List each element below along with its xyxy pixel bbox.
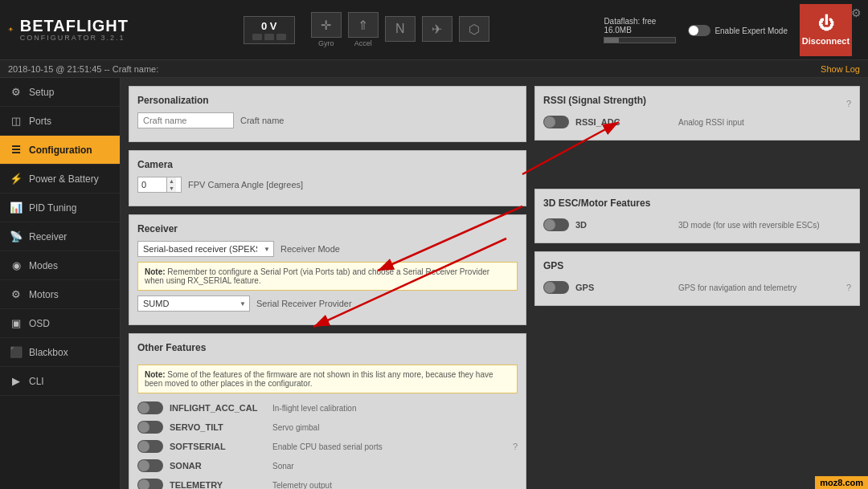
feature-sonar: SONAR Sonar — [137, 456, 518, 475]
dataflash-label: Dataflash: free — [604, 17, 656, 26]
content-left: Personalization Craft name Camera ▲ ▼ — [129, 86, 526, 481]
logo-area: BETAFLIGHT CONFIGURATOR 3.2.1 — [8, 14, 129, 46]
spacer — [534, 149, 860, 181]
expert-mode-area: Enable Expert Mode — [688, 23, 788, 36]
nav4-group[interactable]: ✈ — [422, 16, 452, 43]
other-features-note: Note: Some of the features of the firmwa… — [137, 365, 518, 393]
expert-mode-knob — [689, 26, 698, 35]
shield-icon — [264, 34, 274, 40]
sidebar-item-osd[interactable]: ▣ OSD — [0, 309, 120, 338]
other-features-note-text: Some of the features of the firmware are… — [145, 370, 493, 388]
expert-mode-toggle[interactable] — [688, 25, 710, 36]
sidebar-item-modes[interactable]: ◉ Modes — [0, 251, 120, 280]
sidebar-item-pid-tuning[interactable]: 📊 PID Tuning — [0, 194, 120, 222]
gps-panel: GPS GPS GPS for navigation and telemetry… — [534, 251, 860, 306]
nav3-icon[interactable]: N — [385, 16, 416, 42]
gps-title: GPS — [543, 260, 563, 271]
feature-inflight-acc-cal: INFLIGHT_ACC_CAL In-flight level calibra… — [137, 398, 518, 418]
receiver-mode-row: Serial-based receiver (SPEKSAT, S ▼ Rece… — [137, 241, 518, 257]
gps-desc: GPS for navigation and telemetry — [678, 283, 796, 292]
cli-icon: ▶ — [10, 375, 23, 387]
serial-provider-select-wrapper: SUMD ▼ — [137, 295, 250, 312]
sidebar-item-blackbox[interactable]: ⬛ Blackbox — [0, 338, 120, 367]
other-features-note-bold: Note: — [145, 370, 166, 379]
craft-name-label: Craft name — [240, 116, 284, 125]
receiver-mode-label: Receiver Mode — [280, 244, 340, 254]
configuration-icon: ☰ — [10, 144, 23, 156]
sidebar-item-pid-label: PID Tuning — [29, 202, 76, 214]
serial-provider-select[interactable]: SUMD — [137, 295, 250, 312]
logo-icon — [8, 14, 14, 46]
servo-tilt-toggle[interactable] — [137, 421, 163, 434]
status-timestamp: 2018-10-15 @ 21:51:45 -- Craft name: — [8, 64, 158, 74]
craft-name-row: Craft name — [137, 112, 518, 128]
show-log-btn[interactable]: Show Log — [821, 64, 860, 74]
gyro-label: Gyro — [318, 39, 334, 47]
disconnect-icon: ⏻ — [818, 14, 834, 33]
receiver-mode-select[interactable]: Serial-based receiver (SPEKSAT, S — [137, 241, 274, 257]
telemetry-name: TELEMETRY — [170, 480, 266, 489]
telemetry-desc: Telemetry output — [272, 481, 332, 490]
sidebar-item-cli-label: CLI — [29, 376, 44, 387]
accel-icon[interactable]: ⇑ — [348, 12, 379, 38]
gyro-icon[interactable]: ✛ — [311, 12, 342, 38]
rssi-title: RSSI (Signal Strength) — [543, 95, 646, 106]
settings-icon[interactable]: ⚙ — [851, 6, 862, 19]
dataflash-bar-container — [604, 37, 676, 43]
sidebar-item-receiver[interactable]: 📡 Receiver — [0, 222, 120, 251]
link-icon — [276, 34, 286, 40]
rssi-header-row: RSSI (Signal Strength) ? — [543, 95, 851, 112]
sidebar-item-power-battery[interactable]: ⚡ Power & Battery — [0, 165, 120, 194]
inflight-acc-cal-toggle[interactable] — [137, 401, 163, 414]
rssi-adc-toggle[interactable] — [543, 116, 569, 128]
serial-provider-label: Serial Receiver Provider — [256, 299, 352, 308]
gps-feature-row: GPS GPS for navigation and telemetry ? — [543, 278, 851, 297]
receiver-note-text: Remember to configure a Serial Port (via… — [145, 267, 489, 285]
softserial-toggle[interactable] — [137, 440, 163, 453]
svg-marker-3 — [12, 29, 14, 31]
camera-angle-wrapper: ▲ ▼ — [137, 177, 182, 193]
camera-angle-arrows: ▲ ▼ — [166, 177, 176, 192]
feature-servo-tilt: SERVO_TILT Servo gimbal — [137, 418, 518, 437]
telemetry-toggle[interactable] — [137, 479, 163, 489]
accel-group[interactable]: ⇑ Accel — [348, 12, 379, 47]
receiver-icon: 📡 — [10, 230, 23, 242]
softserial-desc: Enable CPU based serial ports — [272, 442, 383, 451]
sidebar-item-ports[interactable]: ◫ Ports — [0, 107, 120, 136]
sidebar-item-configuration[interactable]: ☰ Configuration — [0, 136, 120, 165]
svg-marker-4 — [10, 31, 11, 32]
camera-angle-up[interactable]: ▲ — [167, 177, 176, 185]
app-title-text: BETAFLIGHT — [20, 17, 129, 35]
camera-angle-row: ▲ ▼ FPV Camera Angle [degrees] — [137, 177, 518, 193]
logo-text: BETAFLIGHT CONFIGURATOR 3.2.1 — [20, 18, 129, 42]
rssi-help-icon[interactable]: ? — [846, 99, 851, 108]
nav5-icon[interactable]: ⬡ — [459, 16, 489, 42]
other-features-title: Other Features — [137, 342, 206, 353]
sonar-desc: Sonar — [272, 462, 294, 471]
sidebar-item-motors[interactable]: ⚙ Motors — [0, 280, 120, 309]
esc-3d-toggle[interactable] — [543, 218, 569, 231]
nav5-group[interactable]: ⬡ — [459, 16, 489, 43]
softserial-help[interactable]: ? — [513, 442, 518, 451]
sidebar-item-power-label: Power & Battery — [29, 173, 99, 185]
gps-toggle[interactable] — [543, 281, 569, 294]
gps-help-icon[interactable]: ? — [846, 283, 851, 292]
sidebar-item-cli[interactable]: ▶ CLI — [0, 367, 120, 396]
rssi-panel: RSSI (Signal Strength) ? RSSI_ADC Analog… — [534, 86, 860, 141]
servo-tilt-desc: Servo gimbal — [272, 423, 319, 432]
camera-angle-down[interactable]: ▼ — [167, 185, 176, 192]
sidebar-item-setup-label: Setup — [29, 87, 54, 98]
camera-angle-input[interactable] — [138, 178, 166, 191]
sidebar-item-blackbox-label: Blackbox — [29, 347, 68, 358]
voltage-display: 0 V — [244, 16, 295, 44]
nav4-icon[interactable]: ✈ — [422, 16, 452, 42]
gyro-group[interactable]: ✛ Gyro — [311, 12, 342, 47]
modes-icon: ◉ — [10, 259, 23, 271]
top-bar: BETAFLIGHT CONFIGURATOR 3.2.1 0 V ✛ Gyro… — [0, 0, 868, 60]
sonar-toggle[interactable] — [137, 459, 163, 472]
nav3-group[interactable]: N — [385, 16, 416, 43]
craft-name-input[interactable] — [137, 112, 234, 128]
sidebar-item-setup[interactable]: ⚙ Setup — [0, 78, 120, 107]
receiver-note: Note: Remember to configure a Serial Por… — [137, 262, 518, 291]
disconnect-button[interactable]: ⏻ Disconnect — [800, 4, 852, 56]
